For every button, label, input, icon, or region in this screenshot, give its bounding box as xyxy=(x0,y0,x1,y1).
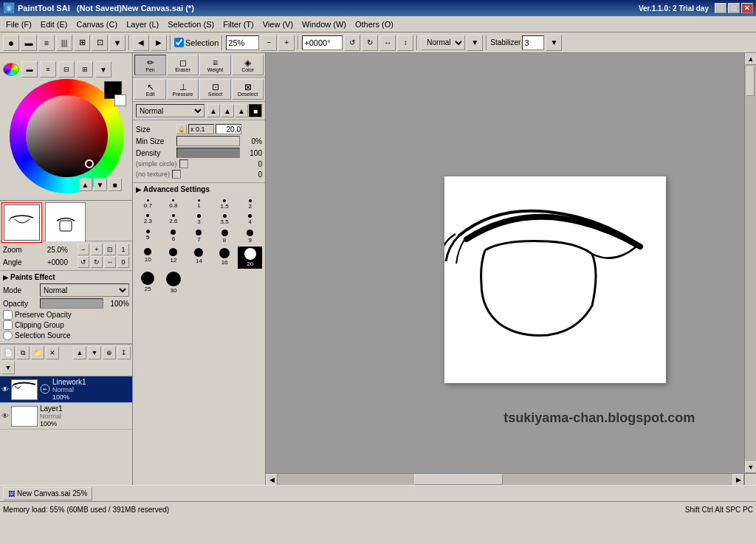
stabilizer-input[interactable] xyxy=(522,35,544,50)
layer-add-btn[interactable]: 📄 xyxy=(1,346,15,359)
no-texture-check[interactable] xyxy=(172,170,181,179)
selection-source-radio[interactable] xyxy=(3,331,13,340)
size-6[interactable]: 6 xyxy=(162,228,186,245)
density-bar[interactable] xyxy=(176,148,240,158)
size-input[interactable] xyxy=(216,124,241,134)
flip-canvas-btn[interactable]: ↔ xyxy=(104,256,116,268)
preserve-opacity-check[interactable] xyxy=(3,310,13,320)
scroll-down-btn[interactable]: ▼ xyxy=(745,461,756,473)
deselect-tool[interactable]: ⊠ Deselect xyxy=(232,79,264,100)
menu-canvas[interactable]: Canvas (C) xyxy=(72,18,123,30)
minimize-button[interactable]: _ xyxy=(715,3,726,13)
maximize-button[interactable]: □ xyxy=(728,3,740,13)
selection-checkbox[interactable] xyxy=(174,38,184,47)
brush-shape-grid[interactable]: ⊞ xyxy=(74,35,90,51)
canvas-expand[interactable]: ▼ xyxy=(109,35,126,51)
layer-expand[interactable]: ▼ xyxy=(1,361,15,374)
close-button[interactable]: ✕ xyxy=(741,3,753,13)
layer-folder-btn[interactable]: 📁 xyxy=(31,346,44,359)
size-5[interactable]: 5 xyxy=(136,228,160,245)
brush-shape-h[interactable]: ≡ xyxy=(38,35,55,51)
color-wheel-btn[interactable] xyxy=(3,63,19,76)
arrow-left-btn[interactable]: ◀ xyxy=(133,35,149,51)
size-4[interactable]: 4 xyxy=(238,213,262,227)
zoom-reset-btn[interactable]: 1 xyxy=(117,244,129,255)
menu-window[interactable]: Window (W) xyxy=(298,18,351,30)
layer-item[interactable]: 👁 Layer1 Normal 100% xyxy=(0,403,132,430)
size-20[interactable]: 20 xyxy=(238,247,262,269)
rotate-ccw-btn[interactable]: ↺ xyxy=(78,256,89,268)
layer-down-btn[interactable]: ▼ xyxy=(88,346,101,359)
layer-flatten-btn[interactable]: ↧ xyxy=(117,346,131,359)
color-hsv-btn[interactable]: ≡ xyxy=(40,61,56,78)
eye-icon[interactable]: 👁 xyxy=(1,412,9,420)
zoom-in-btn[interactable]: + xyxy=(91,244,103,255)
eraser-tool[interactable]: ◻ Eraser xyxy=(167,55,199,75)
rotate-cw-btn[interactable]: ↻ xyxy=(91,256,103,268)
size-26[interactable]: 2.6 xyxy=(162,213,186,227)
weight-tool[interactable]: ≡ Weight xyxy=(199,55,231,75)
zoom-fit-btn[interactable]: ⊡ xyxy=(104,244,116,255)
mode-btn-a[interactable]: ▲ xyxy=(79,178,92,191)
select-tool[interactable]: ⊡ Select xyxy=(199,79,231,100)
flip-h[interactable]: ↔ xyxy=(379,35,396,51)
size-9[interactable]: 9 xyxy=(238,228,262,245)
menu-selection[interactable]: Selection (S) xyxy=(163,18,219,30)
vscroll-thumb[interactable] xyxy=(746,66,755,96)
zoom-minus[interactable]: − xyxy=(261,35,277,51)
size-14[interactable]: 14 xyxy=(187,247,211,269)
menu-view[interactable]: View (V) xyxy=(258,18,298,30)
mode-btn-c[interactable]: ■ xyxy=(109,178,122,191)
size-10[interactable]: 10 xyxy=(136,247,160,269)
size-16[interactable]: 16 xyxy=(213,247,237,269)
shape-btn-3[interactable]: ▲ xyxy=(235,104,248,117)
scroll-right-btn[interactable]: ▶ xyxy=(732,474,744,486)
shape-btn-2[interactable]: ▲ xyxy=(221,104,234,117)
size-30[interactable]: 30 xyxy=(162,270,186,295)
size-12[interactable]: 12 xyxy=(162,247,186,269)
arrow-right-btn[interactable]: ▶ xyxy=(151,35,167,51)
mode-select[interactable]: Normal xyxy=(40,283,129,297)
menu-layer[interactable]: Layer (L) xyxy=(122,18,163,30)
size-25[interactable]: 25 xyxy=(136,270,160,295)
brush-shape-square[interactable]: ▬ xyxy=(21,35,37,51)
size-8[interactable]: 8 xyxy=(213,228,237,245)
size-15[interactable]: 1.5 xyxy=(213,198,237,211)
size-08[interactable]: 0.8 xyxy=(162,198,186,211)
edit-tool[interactable]: ↖ Edit xyxy=(134,79,166,100)
reset-angle-btn[interactable]: 0 xyxy=(117,256,129,268)
layer-merge-btn[interactable]: ⊕ xyxy=(103,346,116,359)
hscroll-thumb[interactable] xyxy=(414,474,503,485)
canvas-area[interactable]: tsukiyama-chan.blogspot.com ▲ ▼ ◀ ▶ xyxy=(266,53,756,485)
color-expand[interactable]: ▼ xyxy=(95,61,111,78)
zoom-input[interactable] xyxy=(226,35,259,50)
zoom-out-btn[interactable]: − xyxy=(78,244,89,255)
stabilizer-expand[interactable]: ▼ xyxy=(546,35,562,51)
size-2[interactable]: 2 xyxy=(238,198,262,211)
rotate-left[interactable]: ↺ xyxy=(344,35,360,51)
layer-up-btn[interactable]: ▲ xyxy=(73,346,86,359)
menu-file[interactable]: File (F) xyxy=(1,18,36,30)
pen-tool[interactable]: ✏ Pen xyxy=(134,55,166,75)
simple-circle-check[interactable] xyxy=(179,159,188,168)
flip-v[interactable]: ↕ xyxy=(397,35,413,51)
advanced-header[interactable]: ▶ Advanced Settings xyxy=(133,183,265,196)
brush-shape-round[interactable]: ● xyxy=(3,35,19,51)
shape-btn-4-active[interactable]: ■ xyxy=(249,104,262,117)
color-tool[interactable]: ◈ Color xyxy=(232,55,264,75)
clipping-check[interactable] xyxy=(3,320,13,330)
blend-mode-select[interactable]: Normal xyxy=(421,35,465,50)
angle-input[interactable] xyxy=(302,35,343,50)
brush-shape-spread[interactable]: ⊡ xyxy=(92,35,108,51)
layer-delete-btn[interactable]: ✕ xyxy=(46,346,59,359)
scroll-up-btn[interactable]: ▲ xyxy=(745,53,756,65)
task-item-canvas[interactable]: 🖼 New Canvas.sai 25% xyxy=(3,487,92,500)
brush-mode-select[interactable]: Normal xyxy=(136,104,205,117)
size-3[interactable]: 3 xyxy=(187,213,211,227)
layer-item[interactable]: 👁 ✏ Linework1 Normal 100% xyxy=(0,376,132,403)
menu-others[interactable]: Others (O) xyxy=(351,18,398,30)
mode-btn-b[interactable]: ▼ xyxy=(94,178,107,191)
color-rgb-btn[interactable]: ▬ xyxy=(21,61,38,78)
zoom-plus[interactable]: + xyxy=(278,35,295,51)
rotate-right[interactable]: ↻ xyxy=(362,35,378,51)
